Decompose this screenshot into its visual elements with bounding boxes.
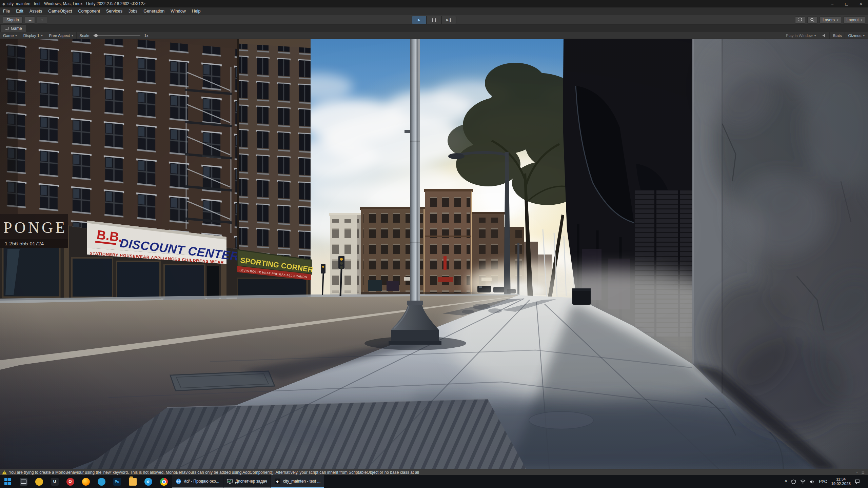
menu-edit[interactable]: Edit bbox=[13, 9, 26, 14]
pinned-app-1[interactable] bbox=[16, 475, 31, 488]
windows-logo-icon bbox=[4, 478, 11, 485]
clock-date: 19.02.2023 bbox=[831, 482, 851, 486]
game-mode-label: Game bbox=[3, 34, 14, 38]
chrome-icon bbox=[160, 478, 168, 486]
menu-jobs[interactable]: Jobs bbox=[125, 9, 140, 14]
clock-time: 11:34 bbox=[831, 477, 851, 482]
globe-icon bbox=[176, 479, 181, 484]
view-tab-strip: Game bbox=[0, 25, 868, 32]
shield-icon[interactable] bbox=[791, 480, 796, 484]
sign-in-label: Sign in bbox=[6, 18, 19, 22]
maximize-button[interactable]: ▢ bbox=[840, 0, 854, 7]
menu-assets[interactable]: Assets bbox=[26, 9, 45, 14]
play-button[interactable]: ▶ bbox=[412, 16, 427, 24]
main-toolbar: Sign in ☁ ◌ ▶ ❚❚ ▶❚ Layers▾ Layout▾ bbox=[0, 15, 868, 25]
scale-label: Scale bbox=[80, 34, 90, 38]
status-message[interactable]: You are trying to create a MonoBehaviour… bbox=[9, 470, 419, 475]
taskbar: U O Ps e /td/ - Продаю око... Диспетчер … bbox=[0, 475, 868, 488]
defender-icon bbox=[35, 478, 43, 486]
menu-bar: File Edit Assets GameObject Component Se… bbox=[0, 7, 868, 15]
activity-indicator-icon[interactable]: ◔ bbox=[855, 470, 858, 475]
chevron-down-icon: ▾ bbox=[15, 34, 17, 37]
pinned-app-9[interactable]: e bbox=[140, 475, 156, 488]
photoshop-icon: Ps bbox=[113, 478, 121, 486]
unity-editor-window: ◆ city_mainten - test - Windows, Mac, Li… bbox=[0, 0, 868, 488]
window-title: city_mainten - test - Windows, Mac, Linu… bbox=[7, 1, 145, 6]
gizmos-dropdown[interactable]: Gizmos▾ bbox=[845, 32, 868, 39]
console-icon[interactable]: ≣ bbox=[861, 470, 865, 475]
title-bar: ◆ city_mainten - test - Windows, Mac, Li… bbox=[0, 0, 868, 7]
task-view-icon bbox=[20, 478, 27, 486]
game-view-toolbar: Game▾ Display 1▾ Free Aspect▾ Scale 1x P… bbox=[0, 32, 868, 39]
scale-slider-thumb[interactable] bbox=[94, 34, 98, 37]
edge-icon: e bbox=[144, 478, 152, 486]
sign-in-button[interactable]: Sign in bbox=[3, 16, 23, 24]
chevron-down-icon: ▾ bbox=[41, 34, 43, 37]
unity-hub-icon: U bbox=[51, 478, 59, 486]
stats-label: Stats bbox=[833, 34, 842, 38]
gizmos-label: Gizmos bbox=[848, 34, 861, 38]
pinned-app-10[interactable] bbox=[156, 475, 172, 488]
search-icon[interactable] bbox=[807, 16, 817, 24]
vignette bbox=[0, 39, 868, 469]
step-button[interactable]: ▶❚ bbox=[441, 16, 456, 24]
action-center-icon[interactable] bbox=[855, 479, 860, 484]
layout-label: Layout bbox=[846, 18, 859, 22]
wifi-icon[interactable] bbox=[800, 480, 806, 484]
layout-dropdown[interactable]: Layout▾ bbox=[843, 16, 865, 24]
show-desktop-button[interactable] bbox=[864, 475, 867, 488]
pause-button[interactable]: ❚❚ bbox=[427, 16, 441, 24]
hidden-icons-chevron[interactable]: ^ bbox=[785, 479, 787, 484]
task-manager-icon bbox=[227, 479, 233, 484]
menu-gameobject[interactable]: GameObject bbox=[45, 9, 75, 14]
chevron-down-icon: ▾ bbox=[72, 34, 73, 37]
game-mode-dropdown[interactable]: Game▾ bbox=[0, 32, 20, 39]
start-button[interactable] bbox=[0, 475, 16, 488]
aspect-dropdown[interactable]: Free Aspect▾ bbox=[46, 32, 77, 39]
pinned-app-5[interactable] bbox=[78, 475, 94, 488]
volume-icon[interactable] bbox=[810, 480, 815, 484]
scale-slider[interactable] bbox=[93, 35, 140, 36]
scale-value: 1x bbox=[144, 34, 148, 38]
menu-component[interactable]: Component bbox=[75, 9, 103, 14]
play-mode-dropdown[interactable]: Play in Window▾ bbox=[783, 32, 819, 39]
mute-audio-icon[interactable] bbox=[819, 32, 830, 39]
pinned-app-8[interactable] bbox=[125, 475, 140, 488]
language-indicator[interactable]: РУС bbox=[819, 479, 827, 484]
pinned-app-3[interactable]: U bbox=[47, 475, 62, 488]
chevron-down-icon: ▾ bbox=[863, 34, 865, 37]
layers-dropdown[interactable]: Layers▾ bbox=[820, 16, 842, 24]
pinned-app-2[interactable] bbox=[31, 475, 47, 488]
game-viewport[interactable]: PONGE 1-256-555-01724 B.B. DISCOUNT CENT… bbox=[0, 39, 868, 469]
firefox-icon bbox=[82, 478, 90, 486]
minimize-button[interactable]: – bbox=[825, 0, 840, 7]
city-scene: PONGE 1-256-555-01724 B.B. DISCOUNT CENT… bbox=[0, 39, 868, 469]
taskbar-window-browser[interactable]: /td/ - Продаю око... bbox=[172, 475, 223, 488]
game-view-icon bbox=[5, 27, 9, 30]
stats-toggle[interactable]: Stats bbox=[830, 32, 845, 39]
pinned-app-7[interactable]: Ps bbox=[109, 475, 125, 488]
play-mode-label: Play in Window bbox=[786, 34, 813, 38]
layers-label: Layers bbox=[823, 18, 835, 22]
pinned-app-6[interactable] bbox=[94, 475, 109, 488]
tab-game[interactable]: Game bbox=[1, 25, 26, 32]
menu-generation[interactable]: Generation bbox=[140, 9, 167, 14]
cloud-services-icon[interactable]: ☁ bbox=[25, 16, 35, 24]
undo-history-icon[interactable] bbox=[795, 16, 805, 24]
menu-services[interactable]: Services bbox=[103, 9, 125, 14]
system-tray: ^ РУС 11:34 19.02.2023 bbox=[785, 475, 868, 488]
menu-help[interactable]: Help bbox=[189, 9, 204, 14]
window-label: /td/ - Продаю око... bbox=[184, 479, 219, 484]
taskbar-window-taskmgr[interactable]: Диспетчер задач bbox=[223, 475, 271, 488]
display-dropdown[interactable]: Display 1▾ bbox=[20, 32, 46, 39]
menu-file[interactable]: File bbox=[0, 9, 13, 14]
tab-game-label: Game bbox=[11, 26, 22, 31]
unity-logo-icon: ◆ bbox=[0, 2, 7, 6]
pinned-app-4[interactable]: O bbox=[62, 475, 78, 488]
warning-icon[interactable] bbox=[2, 470, 7, 474]
close-button[interactable]: ✕ bbox=[854, 0, 868, 7]
taskbar-clock[interactable]: 11:34 19.02.2023 bbox=[831, 477, 851, 486]
version-control-icon[interactable]: ◌ bbox=[37, 16, 47, 24]
menu-window[interactable]: Window bbox=[167, 9, 189, 14]
taskbar-window-unity[interactable]: ◆ city_mainten - test ... bbox=[271, 475, 324, 488]
